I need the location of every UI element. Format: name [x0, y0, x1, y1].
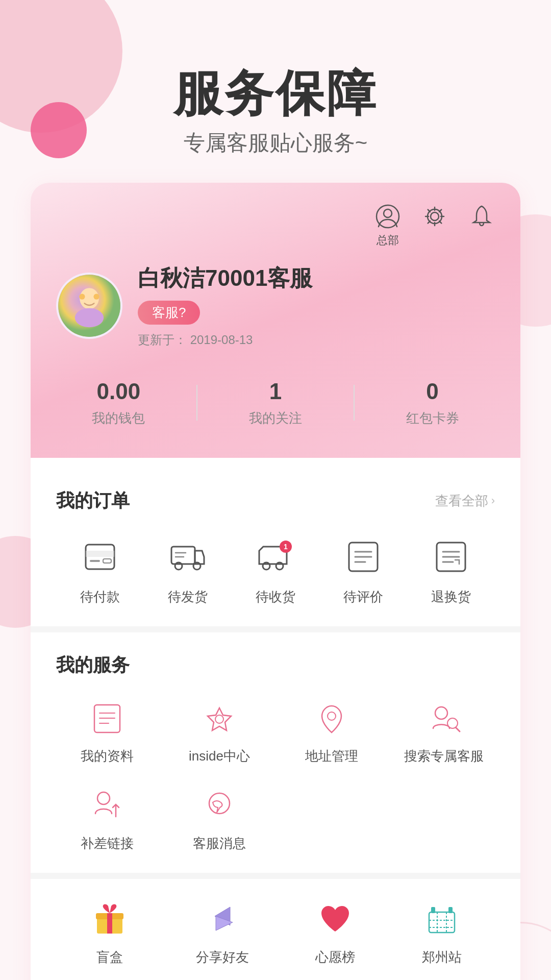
user-circle-icon	[374, 203, 401, 230]
return-icon-wrap	[428, 534, 474, 580]
order-pending-payment[interactable]: 待付款	[77, 534, 123, 606]
avatar	[56, 273, 122, 339]
chevron-right-icon: ›	[491, 494, 495, 507]
promo-blind-box[interactable]: 盲盒	[89, 899, 130, 966]
blind-box-label: 盲盒	[96, 948, 123, 966]
pending-review-label: 待评价	[343, 588, 383, 606]
inside-center-icon-wrap	[199, 698, 240, 739]
stat-follow-label: 我的关注	[249, 409, 302, 427]
pending-ship-icon-wrap	[165, 534, 211, 580]
pending-review-icon	[343, 536, 384, 577]
svg-point-6	[75, 308, 104, 327]
location-station-icon	[424, 902, 460, 938]
orders-title: 我的订单	[56, 488, 130, 513]
stat-divider-2	[354, 385, 355, 421]
main-title: 服务保障	[31, 66, 520, 120]
share-icon-wrap	[202, 899, 243, 940]
return-icon	[431, 536, 471, 577]
service-search-customer[interactable]: 搜索专属客服	[393, 698, 495, 765]
stat-wallet[interactable]: 0.00 我的钱包	[92, 379, 145, 427]
svg-line-38	[456, 727, 460, 731]
search-customer-icon-wrap	[423, 698, 464, 739]
share-icon	[205, 902, 240, 938]
avatar-image	[58, 275, 120, 337]
share-label: 分享好友	[196, 948, 249, 966]
svg-point-2	[431, 212, 439, 220]
pending-payment-icon	[80, 536, 120, 577]
svg-point-8	[93, 293, 99, 299]
inside-center-icon	[202, 701, 237, 737]
order-pending-ship[interactable]: 待发货	[165, 534, 211, 606]
svg-text:1: 1	[284, 543, 288, 551]
service-inside-center[interactable]: inside中心	[168, 698, 270, 765]
stat-coupon[interactable]: 0 红包卡券	[406, 379, 459, 427]
svg-rect-49	[431, 907, 435, 913]
svg-point-36	[435, 707, 447, 719]
top-icons-row: 总部	[56, 203, 495, 248]
pending-receive-icon: 1	[255, 536, 296, 577]
address-icon	[314, 701, 349, 737]
promo-share[interactable]: 分享好友	[196, 899, 249, 966]
zhengzhou-label: 郑州站	[422, 948, 462, 966]
pending-ship-label: 待发货	[168, 588, 208, 606]
inside-center-label: inside中心	[189, 747, 250, 765]
gear-icon	[421, 203, 448, 230]
headquarters-button[interactable]: 总部	[374, 203, 401, 248]
user-info-row: 白秋洁70001客服 客服? 更新于： 2019-08-13	[56, 263, 495, 348]
gift-icon-wrap	[89, 899, 130, 940]
services-section-header: 我的服务	[56, 653, 495, 678]
promo-row: 盲盒 分享好友 心愿榜	[31, 873, 520, 980]
svg-point-40	[209, 793, 230, 814]
username: 白秋洁70001客服	[138, 263, 312, 293]
stat-follow-value: 1	[269, 379, 282, 404]
wishlist-label: 心愿榜	[315, 948, 355, 966]
avatar-svg	[58, 273, 120, 339]
svg-rect-44	[429, 912, 455, 933]
search-customer-label: 搜索专属客服	[404, 747, 484, 765]
settings-button[interactable]	[421, 203, 448, 230]
svg-rect-13	[171, 547, 195, 564]
promo-wishlist[interactable]: 心愿榜	[315, 899, 356, 966]
svg-rect-50	[448, 907, 453, 913]
svg-point-1	[384, 209, 392, 217]
search-customer-icon	[426, 701, 462, 737]
customer-message-icon-wrap	[199, 786, 240, 826]
my-profile-label: 我的资料	[81, 747, 134, 765]
promo-zhengzhou[interactable]: 郑州站	[421, 899, 462, 966]
stat-coupon-value: 0	[426, 379, 438, 404]
svg-rect-12	[103, 559, 111, 563]
gift-icon	[92, 902, 128, 938]
services-title: 我的服务	[56, 653, 130, 678]
customer-message-label: 客服消息	[193, 835, 246, 852]
headquarters-label: 总部	[377, 233, 399, 248]
services-section: 我的服务 我的资料	[31, 626, 520, 873]
svg-rect-11	[90, 560, 100, 562]
pending-review-icon-wrap	[340, 534, 386, 580]
user-details: 白秋洁70001客服 客服? 更新于： 2019-08-13	[138, 263, 312, 348]
order-pending-receive[interactable]: 1 待收货	[253, 534, 298, 606]
order-pending-review[interactable]: 待评价	[340, 534, 386, 606]
order-icons-row: 待付款 待发货	[56, 534, 495, 606]
view-all-button[interactable]: 查看全部 ›	[435, 492, 495, 510]
service-grid: 我的资料 inside中心	[56, 698, 495, 852]
bell-button[interactable]	[468, 203, 495, 230]
service-my-profile[interactable]: 我的资料	[56, 698, 158, 765]
stat-wallet-label: 我的钱包	[92, 409, 145, 427]
pending-receive-icon-wrap: 1	[253, 534, 298, 580]
pending-receive-label: 待收货	[256, 588, 295, 606]
svg-rect-43	[107, 913, 112, 934]
service-address[interactable]: 地址管理	[281, 698, 383, 765]
service-customer-message[interactable]: 客服消息	[168, 786, 270, 852]
pending-payment-label: 待付款	[80, 588, 120, 606]
order-return[interactable]: 退换货	[428, 534, 474, 606]
supplement-label: 补差链接	[81, 835, 134, 852]
profile-doc-icon-wrap	[87, 698, 128, 739]
svg-point-35	[328, 712, 336, 720]
supplement-icon	[89, 788, 125, 824]
orders-section-header: 我的订单 查看全部 ›	[56, 488, 495, 513]
pending-payment-icon-wrap	[77, 534, 123, 580]
service-supplement[interactable]: 补差链接	[56, 786, 158, 852]
stat-divider-1	[196, 385, 197, 421]
stat-follow[interactable]: 1 我的关注	[249, 379, 302, 427]
update-time: 更新于： 2019-08-13	[138, 332, 312, 348]
